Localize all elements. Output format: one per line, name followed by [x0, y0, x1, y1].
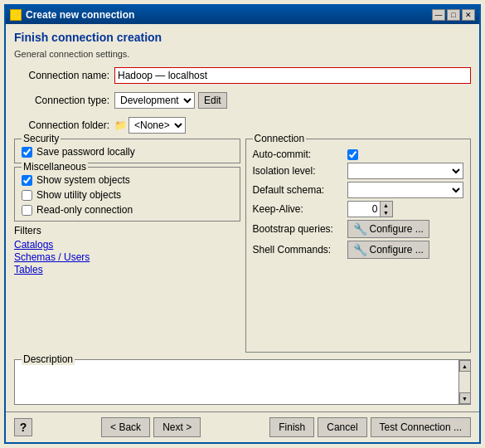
scroll-track [459, 372, 470, 392]
keep-alive-spinner: ▲ ▼ [347, 201, 393, 217]
save-password-checkbox[interactable] [22, 147, 32, 158]
action-buttons: Finish Cancel Test Connection ... [269, 417, 471, 437]
show-system-objects-row: Show system objects [22, 174, 233, 186]
connection-type-label: Connection type: [14, 95, 109, 106]
bootstrap-configure-button[interactable]: 🔧 Configure ... [347, 220, 429, 238]
minimize-button[interactable]: — [432, 9, 445, 21]
show-system-objects-label: Show system objects [36, 174, 130, 186]
next-button[interactable]: Next > [153, 417, 201, 437]
folder-select[interactable]: <None> [129, 117, 186, 134]
test-connection-button[interactable]: Test Connection ... [371, 417, 471, 437]
connection-group: Connection Auto-commit: Isolation level: [245, 139, 472, 353]
isolation-level-select[interactable] [347, 163, 464, 179]
schemas-users-link[interactable]: Schemas / Users [14, 251, 240, 263]
default-schema-label: Default schema: [253, 184, 344, 196]
maximize-button[interactable]: □ [447, 9, 460, 21]
catalogs-link[interactable]: Catalogs [14, 239, 240, 251]
keep-alive-input[interactable] [347, 201, 381, 217]
auto-commit-checkbox[interactable] [347, 149, 358, 160]
default-schema-select[interactable] [347, 182, 464, 198]
connection-group-label: Connection [253, 133, 307, 144]
connection-name-row: Connection name: [14, 67, 471, 84]
default-schema-row: Default schema: [253, 182, 464, 198]
show-system-objects-checkbox[interactable] [22, 175, 32, 186]
scroll-down-button[interactable]: ▼ [459, 392, 471, 404]
filters-label: Filters [14, 225, 240, 236]
nav-buttons: < Back Next > [101, 417, 201, 437]
connection-folder-row: Connection folder: 📁 <None> [14, 117, 471, 134]
connection-type-select[interactable]: Development Production Test [114, 92, 195, 109]
description-scrollbar: ▲ ▼ [458, 360, 470, 404]
security-group: Security Save password locally [14, 139, 240, 163]
window-icon: ⚡ [10, 9, 22, 21]
auto-commit-label: Auto-commit: [253, 149, 344, 160]
isolation-level-label: Isolation level: [253, 165, 344, 177]
folder-select-wrapper: 📁 <None> [114, 117, 186, 134]
main-window: ⚡ Create new connection — □ ✕ Finish con… [4, 4, 481, 444]
content-area: Finish connection creation General conne… [6, 24, 479, 411]
shell-commands-label: Shell Commands: [253, 244, 344, 256]
page-title: Finish connection creation [14, 31, 471, 44]
bootstrap-queries-row: Bootstrap queries: 🔧 Configure ... [253, 220, 464, 238]
two-col-layout: Security Save password locally Miscellan… [14, 139, 471, 353]
keep-alive-label: Keep-Alive: [253, 203, 344, 215]
show-utility-objects-checkbox[interactable] [22, 190, 32, 201]
connection-type-wrapper: Development Production Test Edit [114, 92, 227, 109]
title-bar-left: ⚡ Create new connection [10, 9, 134, 21]
tables-link[interactable]: Tables [14, 264, 240, 275]
read-only-connection-row: Read-only connection [22, 204, 233, 216]
scroll-up-button[interactable]: ▲ [459, 360, 471, 372]
security-label: Security [22, 133, 61, 144]
connection-name-label: Connection name: [14, 70, 109, 81]
spinner-buttons: ▲ ▼ [381, 201, 393, 217]
back-button[interactable]: < Back [101, 417, 150, 437]
miscellaneous-group: Miscellaneous Show system objects Show u… [14, 167, 240, 222]
shell-configure-icon: 🔧 [353, 243, 367, 256]
bottom-bar: ? < Back Next > Finish Cancel Test Conne… [6, 411, 479, 442]
save-password-row: Save password locally [22, 146, 233, 158]
bootstrap-configure-label: Configure ... [370, 223, 424, 235]
shell-commands-row: Shell Commands: 🔧 Configure ... [253, 241, 464, 259]
shell-commands-configure-button[interactable]: 🔧 Configure ... [347, 241, 429, 259]
folder-icon: 📁 [114, 119, 127, 131]
close-button[interactable]: ✕ [462, 9, 475, 21]
spinner-down-button[interactable]: ▼ [381, 209, 392, 217]
left-column: Security Save password locally Miscellan… [14, 139, 240, 353]
spinner-up-button[interactable]: ▲ [381, 202, 392, 209]
description-box: Description ▲ ▼ [14, 359, 471, 405]
right-column: Connection Auto-commit: Isolation level: [245, 139, 472, 353]
save-password-label: Save password locally [36, 146, 135, 158]
keep-alive-row: Keep-Alive: ▲ ▼ [253, 201, 464, 217]
connection-folder-label: Connection folder: [14, 119, 109, 131]
window-title: Create new connection [26, 9, 134, 21]
show-utility-objects-row: Show utility objects [22, 189, 233, 201]
connection-type-row: Connection type: Development Production … [14, 92, 471, 109]
shell-configure-label: Configure ... [370, 244, 424, 256]
help-button[interactable]: ? [14, 418, 32, 436]
page-subtitle: General connection settings. [14, 49, 471, 59]
auto-commit-row: Auto-commit: [253, 149, 464, 160]
filters-section: Filters Catalogs Schemas / Users Tables [14, 225, 240, 275]
miscellaneous-label: Miscellaneous [22, 161, 88, 173]
isolation-level-row: Isolation level: [253, 163, 464, 179]
finish-button[interactable]: Finish [269, 417, 314, 437]
read-only-connection-checkbox[interactable] [22, 205, 32, 216]
description-label: Description [22, 353, 75, 365]
bootstrap-queries-label: Bootstrap queries: [253, 223, 344, 235]
bootstrap-configure-icon: 🔧 [353, 222, 367, 236]
show-utility-objects-label: Show utility objects [36, 189, 121, 201]
cancel-button[interactable]: Cancel [318, 417, 366, 437]
edit-button[interactable]: Edit [198, 92, 227, 109]
title-controls[interactable]: — □ ✕ [432, 9, 475, 21]
read-only-connection-label: Read-only connection [36, 204, 133, 216]
connection-name-input[interactable] [114, 67, 471, 84]
title-bar: ⚡ Create new connection — □ ✕ [6, 6, 479, 24]
